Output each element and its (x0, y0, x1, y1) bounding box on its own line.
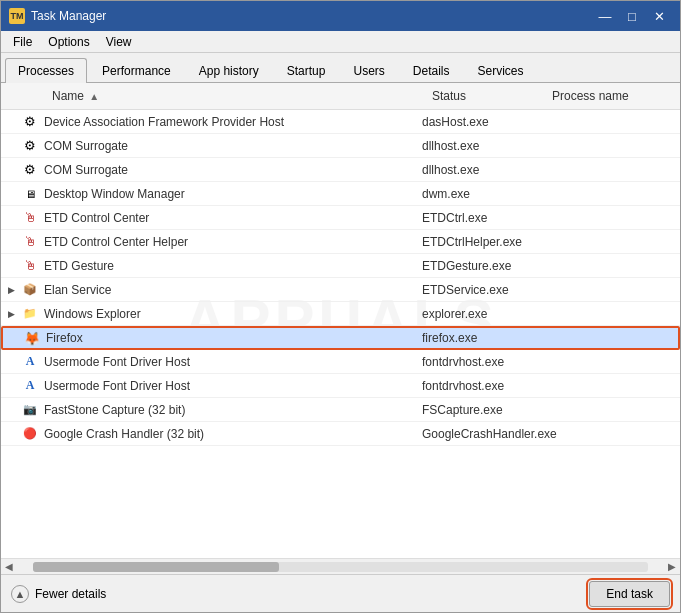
app-icon: TM (9, 8, 25, 24)
table-row[interactable]: ⚙ COM Surrogate dllhost.exe (1, 134, 680, 158)
content-area: Name ▲ Status Process name APPUALS ⚙ (1, 83, 680, 574)
process-exe: dllhost.exe (414, 139, 680, 153)
tab-services[interactable]: Services (465, 58, 537, 83)
tab-users[interactable]: Users (340, 58, 397, 83)
table-row[interactable]: 🖱 ETD Control Center ETDCtrl.exe (1, 206, 680, 230)
process-exe: ETDCtrl.exe (414, 211, 680, 225)
column-status[interactable]: Status (424, 87, 544, 105)
tab-details[interactable]: Details (400, 58, 463, 83)
process-name: COM Surrogate (44, 163, 294, 177)
process-icon: A (21, 353, 39, 371)
title-bar: TM Task Manager — □ ✕ (1, 1, 680, 31)
close-button[interactable]: ✕ (646, 6, 672, 26)
process-exe: explorer.exe (414, 307, 680, 321)
h-scroll-thumb[interactable] (33, 562, 279, 572)
tab-bar: Processes Performance App history Startu… (1, 53, 680, 83)
table-row[interactable]: A Usermode Font Driver Host fontdrvhost.… (1, 350, 680, 374)
process-icon: 🦊 (23, 329, 41, 347)
process-icon: A (21, 377, 39, 395)
table-row[interactable]: 🖥 Desktop Window Manager dwm.exe (1, 182, 680, 206)
menu-options[interactable]: Options (40, 33, 97, 51)
horizontal-scrollbar[interactable]: ◀ ▶ (1, 558, 680, 574)
process-icon: 🖱 (21, 209, 39, 227)
footer: ▲ Fewer details End task (1, 574, 680, 612)
process-name: Device Association Framework Provider Ho… (44, 115, 294, 129)
process-name: Windows Explorer (44, 307, 294, 321)
process-table: Name ▲ Status Process name APPUALS ⚙ (1, 83, 680, 574)
window-controls: — □ ✕ (592, 6, 672, 26)
firefox-row[interactable]: 🦊 Firefox firefox.exe (1, 326, 680, 350)
tab-startup[interactable]: Startup (274, 58, 339, 83)
table-row[interactable]: A Usermode Font Driver Host fontdrvhost.… (1, 374, 680, 398)
process-name: ETD Gesture (44, 259, 294, 273)
process-icon: ⚙ (21, 161, 39, 179)
process-icon: 🖱 (21, 233, 39, 251)
window-title: Task Manager (31, 9, 106, 23)
process-name: COM Surrogate (44, 139, 294, 153)
expand-arrow-icon[interactable]: ▶ (1, 309, 21, 319)
process-name: Google Crash Handler (32 bit) (44, 427, 294, 441)
process-exe: fontdrvhost.exe (414, 355, 680, 369)
process-exe: dasHost.exe (414, 115, 680, 129)
menu-file[interactable]: File (5, 33, 40, 51)
table-row[interactable]: 📷 FastStone Capture (32 bit) FSCapture.e… (1, 398, 680, 422)
task-manager-window: TM Task Manager — □ ✕ File Options View … (0, 0, 681, 613)
scroll-area[interactable]: APPUALS ⚙ Device Association Framework P… (1, 110, 680, 558)
process-icon: 📁 (21, 305, 39, 323)
menu-bar: File Options View (1, 31, 680, 53)
process-icon: ⚙ (21, 113, 39, 131)
table-row[interactable]: 🖱 ETD Gesture ETDGesture.exe (1, 254, 680, 278)
h-scroll-track[interactable] (33, 562, 648, 572)
minimize-button[interactable]: — (592, 6, 618, 26)
fewer-details-label: Fewer details (35, 587, 106, 601)
process-name: ETD Control Center Helper (44, 235, 294, 249)
process-name: Elan Service (44, 283, 294, 297)
process-icon: 📦 (21, 281, 39, 299)
tab-performance[interactable]: Performance (89, 58, 184, 83)
process-name: ETD Control Center (44, 211, 294, 225)
process-icon: 🔴 (21, 425, 39, 443)
process-exe: GoogleCrashHandler.exe (414, 427, 680, 441)
sort-arrow-name: ▲ (89, 91, 99, 102)
table-row[interactable]: ▶ 📁 Windows Explorer explorer.exe (1, 302, 680, 326)
process-name: Desktop Window Manager (44, 187, 294, 201)
process-icon: ⚙ (21, 137, 39, 155)
process-icon: 📷 (21, 401, 39, 419)
process-name: Firefox (46, 331, 294, 345)
process-exe: ETDCtrlHelper.exe (414, 235, 680, 249)
fewer-details-icon: ▲ (11, 585, 29, 603)
process-exe: dwm.exe (414, 187, 680, 201)
process-exe: dllhost.exe (414, 163, 680, 177)
fewer-details-button[interactable]: ▲ Fewer details (11, 585, 106, 603)
tab-processes[interactable]: Processes (5, 58, 87, 83)
process-name: Usermode Font Driver Host (44, 379, 294, 393)
menu-view[interactable]: View (98, 33, 140, 51)
table-row[interactable]: 🔴 Google Crash Handler (32 bit) GoogleCr… (1, 422, 680, 446)
tab-app-history[interactable]: App history (186, 58, 272, 83)
title-bar-left: TM Task Manager (9, 8, 106, 24)
process-exe: fontdrvhost.exe (414, 379, 680, 393)
process-exe: FSCapture.exe (414, 403, 680, 417)
table-row[interactable]: ⚙ COM Surrogate dllhost.exe (1, 158, 680, 182)
process-name: Usermode Font Driver Host (44, 355, 294, 369)
process-exe: firefox.exe (414, 331, 678, 345)
process-icon: 🖥 (21, 185, 39, 203)
table-row[interactable]: ⚙ Device Association Framework Provider … (1, 110, 680, 134)
expand-arrow-icon[interactable]: ▶ (1, 285, 21, 295)
table-row[interactable]: 🖱 ETD Control Center Helper ETDCtrlHelpe… (1, 230, 680, 254)
process-exe: ETDService.exe (414, 283, 680, 297)
process-name: FastStone Capture (32 bit) (44, 403, 294, 417)
end-task-button[interactable]: End task (589, 581, 670, 607)
table-row[interactable]: ▶ 📦 Elan Service ETDService.exe (1, 278, 680, 302)
table-header: Name ▲ Status Process name (1, 83, 680, 110)
process-exe: ETDGesture.exe (414, 259, 680, 273)
maximize-button[interactable]: □ (619, 6, 645, 26)
process-icon: 🖱 (21, 257, 39, 275)
column-process[interactable]: Process name (544, 87, 680, 105)
column-name[interactable]: Name ▲ (44, 87, 424, 105)
